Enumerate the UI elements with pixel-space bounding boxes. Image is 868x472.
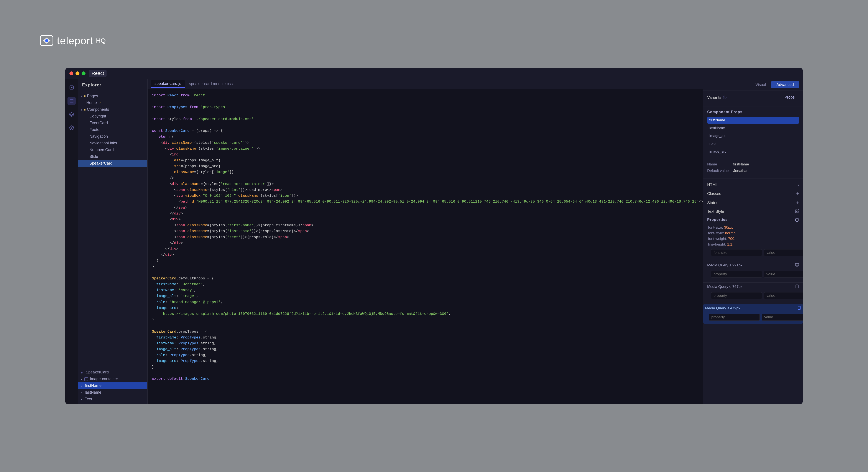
- explorer-add-button[interactable]: +: [141, 82, 144, 88]
- navlinks-label: NavigationLinks: [89, 141, 117, 145]
- code-line-10: <div className={styles['image-container'…: [152, 146, 699, 151]
- mq-title-767: Media Query ≤ 767px: [707, 285, 742, 289]
- sidebar-icon-explorer[interactable]: [67, 97, 76, 105]
- explorer-title: Explorer: [82, 83, 101, 88]
- code-line-38: 'https://images.unsplash.com/photo-15070…: [152, 311, 699, 317]
- sidebar-icon-add[interactable]: [67, 83, 76, 92]
- default-row: Default value Jonathan: [707, 169, 799, 173]
- right-panels: Visual Advanced Variants ⓘ Props: [703, 79, 803, 404]
- mq-title-991: Media Query ≤ 991px: [707, 263, 742, 267]
- adv-section-classes[interactable]: Classes +: [703, 189, 803, 198]
- prop-value-input[interactable]: [764, 249, 803, 256]
- mq-property-input-767[interactable]: [711, 292, 762, 299]
- svg-point-9: [71, 127, 72, 128]
- mq-property-input-479[interactable]: [709, 314, 760, 321]
- div-icon-imagecontainer: [85, 377, 88, 381]
- comp-tree-speakercard[interactable]: ◈ SpeakerCard: [78, 369, 147, 376]
- close-button[interactable]: [69, 71, 73, 75]
- html-arrow-icon: ›: [798, 182, 799, 187]
- comp-label-text: Text: [85, 397, 92, 402]
- adv-textstyle-title: Text Style: [707, 209, 724, 214]
- tree-item-numberscard[interactable]: NumbersCard: [78, 147, 147, 153]
- navigation-label: Navigation: [89, 134, 108, 139]
- states-add-icon[interactable]: +: [796, 200, 799, 206]
- code-line-34: lastName: 'carey',: [152, 287, 699, 293]
- name-value: firstName: [733, 162, 749, 167]
- tab-speakercard-css[interactable]: speaker-card.module.css: [186, 80, 236, 88]
- eventcard-label: EventCard: [89, 121, 108, 125]
- code-line-26: </div>: [152, 240, 699, 246]
- maximize-button[interactable]: [82, 71, 86, 75]
- code-line-17: <span className={styles['hint']}>read mo…: [152, 187, 699, 193]
- svg-rect-13: [796, 263, 799, 266]
- sidebar-icon-layers[interactable]: [67, 110, 76, 119]
- adv-section-html[interactable]: HTML ›: [703, 181, 803, 189]
- code-line-45: role: PropTypes.string,: [152, 352, 699, 358]
- classes-add-icon[interactable]: +: [796, 191, 799, 197]
- prop-property-input[interactable]: [711, 249, 762, 256]
- tree-item-navigation[interactable]: Navigation: [78, 133, 147, 140]
- textstyle-edit-icon[interactable]: [795, 209, 799, 214]
- adv-html-title: HTML: [707, 183, 718, 187]
- prop-item-imagesrc[interactable]: image_src: [707, 148, 799, 155]
- variants-info-icon[interactable]: ⓘ: [723, 95, 726, 100]
- panel-tab-props[interactable]: Props: [780, 94, 799, 101]
- code-line-35: image_alt: 'image',: [152, 293, 699, 299]
- numberscard-label: NumbersCard: [89, 148, 114, 152]
- tree-item-footer[interactable]: Footer: [78, 126, 147, 133]
- right-advanced: HTML › Classes + States +: [703, 178, 803, 404]
- speakercard-comp-icon: ◈: [81, 371, 83, 374]
- tree-item-slide[interactable]: Slide: [78, 153, 147, 160]
- copyright-label: Copyright: [89, 114, 106, 119]
- tree-item-copyright[interactable]: Copyright: [78, 113, 147, 120]
- mq-value-input-767[interactable]: [764, 292, 803, 299]
- code-line-16: <div className={styles['read-more-contai…: [152, 181, 699, 187]
- mq-value-input-991[interactable]: [764, 271, 803, 278]
- tree-item-navlinks[interactable]: NavigationLinks: [78, 140, 147, 147]
- code-line-37: image_src:: [152, 305, 699, 311]
- properties-screen-icon[interactable]: [795, 218, 799, 223]
- title-bar: React: [65, 68, 803, 79]
- code-line-6: [152, 122, 699, 128]
- code-line-48: [152, 370, 699, 376]
- minimize-button[interactable]: [75, 71, 80, 75]
- prop-label-imagealt: image_alt: [709, 134, 725, 138]
- tree-item-speakercard[interactable]: SpeakerCard: [78, 160, 147, 167]
- toggle-visual[interactable]: Visual: [750, 81, 771, 88]
- mq-section-991: Media Query ≤ 991px +: [703, 261, 803, 281]
- prop-label-role: role: [709, 142, 715, 146]
- code-line-31: [152, 270, 699, 275]
- prop-item-lastname[interactable]: lastName: [707, 125, 799, 131]
- tree-item-eventcard[interactable]: EventCard: [78, 120, 147, 126]
- code-line-46: image_src: PropTypes.string,: [152, 358, 699, 364]
- prop-item-imagealt[interactable]: image_alt: [707, 132, 799, 139]
- comp-tree-firstname[interactable]: ▸ firstName: [78, 382, 147, 389]
- prop-item-firstname[interactable]: firstName: [707, 117, 799, 124]
- tab-speakercard-js[interactable]: speaker-card.js: [151, 80, 185, 88]
- comp-tree-imagecontainer[interactable]: ▸ image-container: [78, 376, 147, 382]
- tree-item-home[interactable]: Home ⌂: [78, 99, 147, 106]
- title-tab-react[interactable]: React: [89, 70, 106, 77]
- home-label: Home: [86, 100, 97, 105]
- svg-point-1: [45, 39, 48, 42]
- code-line-32: SpeakerCard.defaultProps = {: [152, 275, 699, 282]
- comp-tree-lastname[interactable]: ▸ lastName: [78, 389, 147, 396]
- tree-item-pages[interactable]: ▾ ■ Pages: [78, 93, 147, 99]
- code-line-14: className={styles['image']}: [152, 169, 699, 175]
- mq-value-input-479[interactable]: [762, 314, 803, 321]
- prop-item-role[interactable]: role: [707, 140, 799, 147]
- code-editor[interactable]: import React from 'react' import PropTyp…: [148, 89, 703, 404]
- icon-sidebar: [65, 79, 78, 404]
- toggle-advanced[interactable]: Advanced: [771, 81, 799, 88]
- properties-section: Properties font-size: 30px; font-style: …: [703, 216, 803, 259]
- tree-item-components[interactable]: ▾ ■ Components: [78, 106, 147, 113]
- code-line-12: alt={props.image_alt}: [152, 157, 699, 163]
- prop-line-fontweight: font-weight: 700;: [707, 237, 799, 241]
- code-line-7: const SpeakerCard = (props) => {: [152, 128, 699, 134]
- adv-section-states[interactable]: States +: [703, 198, 803, 207]
- comp-tree-text[interactable]: ▸ Text: [78, 396, 147, 403]
- code-line-25: <span className={styles['text']}>{props.…: [152, 234, 699, 240]
- code-line-27: </div>: [152, 246, 699, 252]
- sidebar-icon-settings[interactable]: [67, 124, 76, 132]
- mq-property-input-991[interactable]: [711, 271, 762, 278]
